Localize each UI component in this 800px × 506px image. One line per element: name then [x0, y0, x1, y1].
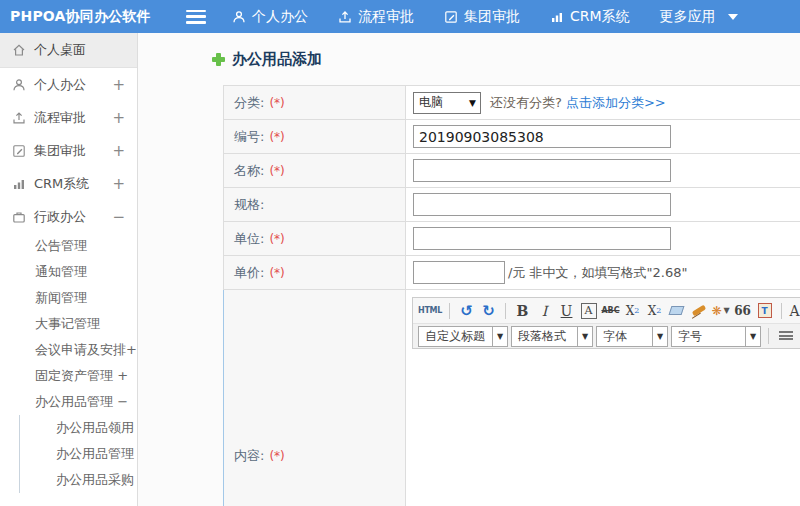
main-content: 办公用品添加 分类: (*) 电脑 ▼ 还没有分类? 点击添加分类>>: [139, 33, 800, 506]
submenu-meeting-mgmt[interactable]: 会议申请及安排+: [0, 337, 137, 363]
code-input[interactable]: [413, 125, 671, 148]
top-navbar: PHPOA协同办公软件 个人办公 流程审批 集团审批 CRM系统 更多应用: [0, 0, 800, 33]
field-label: 分类:: [234, 94, 264, 112]
price-input[interactable]: [413, 261, 505, 284]
select-caret-icon: ▼: [745, 327, 760, 346]
field-label: 编号:: [234, 128, 264, 146]
submenu-fixed-assets-mgmt[interactable]: 固定资产管理 +: [0, 363, 137, 389]
field-label: 名称:: [234, 162, 264, 180]
collapse-minus-icon[interactable]: −: [112, 208, 125, 226]
office-supplies-submenu: 办公用品领用 办公用品管理 办公用品采购: [19, 415, 137, 493]
topnav-label: CRM系统: [570, 8, 630, 26]
sidebar-item-label: 个人桌面: [34, 41, 86, 59]
html-source-button[interactable]: HTML: [418, 301, 442, 321]
paragraph-format-select[interactable]: 段落格式▼: [511, 326, 593, 347]
submenu-supplies-manage[interactable]: 办公用品管理: [20, 441, 137, 467]
price-format-hint: /元 非中文，如填写格式"2.68": [508, 264, 687, 282]
sidebar-item-group-approval[interactable]: 集团审批 +: [0, 134, 137, 167]
eraser-button[interactable]: [667, 301, 686, 321]
expand-plus-icon[interactable]: +: [112, 76, 125, 94]
submenu-supplies-claim[interactable]: 办公用品领用: [20, 415, 137, 441]
form-row-spec: 规格:: [223, 188, 800, 222]
sidebar-item-crm-system[interactable]: CRM系统 +: [0, 167, 137, 200]
spec-label-cell: 规格:: [224, 188, 406, 221]
undo-icon[interactable]: ↺: [457, 301, 476, 321]
submenu-announcement-mgmt[interactable]: 公告管理: [0, 233, 137, 259]
sidebar-item-personal-office[interactable]: 个人办公 +: [0, 68, 137, 101]
format-brush-button[interactable]: [689, 301, 708, 321]
topnav-more-apps[interactable]: 更多应用: [660, 8, 738, 26]
caret-down-icon: [728, 14, 738, 20]
form-row-price: 单价: (*) /元 非中文，如填写格式"2.68": [223, 256, 800, 290]
superscript-button[interactable]: X2: [623, 301, 642, 321]
field-label: 规格:: [234, 196, 264, 214]
bar-chart-icon: [12, 177, 26, 191]
spec-value-cell: [406, 188, 800, 221]
hamburger-menu-icon[interactable]: [186, 10, 206, 24]
toolbar-separator: [781, 303, 782, 319]
sidebar: 个人桌面 个人办公 + 流程审批 + 集团审批 + CRM系统 + 行政办公 −: [0, 33, 138, 506]
toolbar-separator: [449, 303, 450, 319]
field-label: 内容:: [234, 447, 264, 465]
category-select[interactable]: 电脑 ▼: [413, 92, 481, 114]
font-size-select[interactable]: 字号▼: [671, 326, 761, 347]
richtext-toolbar: HTML ↺ ↻ B I U A ABC X2 X2: [412, 297, 800, 349]
border-text-button[interactable]: A: [579, 301, 598, 321]
expand-plus-icon[interactable]: +: [112, 109, 125, 127]
expand-plus-icon[interactable]: +: [112, 142, 125, 160]
category-select-value: 电脑: [419, 94, 443, 111]
required-mark: (*): [269, 130, 284, 144]
unit-input[interactable]: [413, 227, 671, 250]
name-input[interactable]: [413, 159, 671, 182]
select-caret-icon: ▼: [652, 327, 667, 346]
name-label-cell: 名称: (*): [224, 154, 406, 187]
topnav-label: 流程审批: [358, 8, 414, 26]
submenu-events-mgmt[interactable]: 大事记管理: [0, 311, 137, 337]
submenu-news-mgmt[interactable]: 新闻管理: [0, 285, 137, 311]
align-left-icon: [779, 331, 793, 342]
topnav-label: 更多应用: [660, 8, 716, 26]
submenu-office-supplies-mgmt[interactable]: 办公用品管理 −: [0, 389, 137, 415]
edit-icon: [12, 144, 26, 158]
field-label: 单价:: [234, 264, 264, 282]
sidebar-item-workflow-approval[interactable]: 流程审批 +: [0, 101, 137, 134]
paste-button[interactable]: T: [755, 301, 774, 321]
align-left-button[interactable]: [776, 326, 795, 346]
heading-select[interactable]: 自定义标题▼: [418, 326, 508, 347]
strikethrough-button[interactable]: ABC: [601, 301, 620, 321]
font-color-button[interactable]: A▼: [789, 301, 800, 321]
submenu-notice-mgmt[interactable]: 通知管理: [0, 259, 137, 285]
wand-icon: ❋: [711, 304, 721, 318]
toolbar-separator: [768, 328, 769, 344]
topnav-workflow-approval[interactable]: 流程审批: [338, 8, 414, 26]
autotypeset-button[interactable]: ❋▼: [711, 301, 730, 321]
topnav-group-approval[interactable]: 集团审批: [444, 8, 520, 26]
bold-button[interactable]: B: [513, 301, 532, 321]
toolbar-row-2: 自定义标题▼ 段落格式▼ 字体▼ 字号▼ ∞: [413, 323, 800, 348]
sidebar-item-admin-office[interactable]: 行政办公 −: [0, 200, 137, 233]
add-category-link[interactable]: 点击添加分类>>: [566, 94, 666, 112]
select-caret-icon: ▼: [469, 98, 476, 108]
topnav-crm-system[interactable]: CRM系统: [550, 8, 630, 26]
upload-icon: [12, 111, 26, 125]
spec-input[interactable]: [413, 193, 671, 216]
underline-button[interactable]: U: [557, 301, 576, 321]
category-label-cell: 分类: (*): [224, 86, 406, 119]
boxed-a-icon: A: [581, 303, 597, 319]
sidebar-item-personal-desktop[interactable]: 个人桌面: [0, 33, 137, 68]
upload-icon: [338, 10, 352, 24]
expand-plus-icon[interactable]: +: [112, 175, 125, 193]
richtext-body[interactable]: [412, 349, 800, 499]
blockquote-button[interactable]: 66: [733, 301, 752, 321]
add-plus-icon: [212, 53, 225, 66]
brush-icon: [691, 305, 706, 317]
submenu-supplies-purchase[interactable]: 办公用品采购: [20, 467, 137, 493]
redo-icon[interactable]: ↻: [479, 301, 498, 321]
topnav-personal-office[interactable]: 个人办公: [232, 8, 308, 26]
italic-button[interactable]: I: [535, 301, 554, 321]
form-row-category: 分类: (*) 电脑 ▼ 还没有分类? 点击添加分类>>: [223, 86, 800, 120]
topnav-label: 个人办公: [252, 8, 308, 26]
font-family-select[interactable]: 字体▼: [596, 326, 668, 347]
price-label-cell: 单价: (*): [224, 256, 406, 289]
subscript-button[interactable]: X2: [645, 301, 664, 321]
